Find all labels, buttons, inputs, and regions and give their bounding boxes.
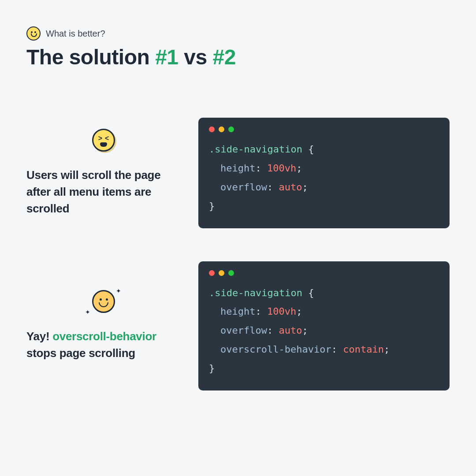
css-brace: { — [302, 144, 314, 155]
css-punct: : — [331, 344, 343, 355]
css-punct: ; — [302, 325, 308, 336]
css-punct: : — [267, 325, 279, 336]
code-line: .side-navigation { — [209, 140, 439, 159]
header-row: What is better? — [26, 26, 450, 41]
css-punct: : — [267, 182, 279, 193]
title-num-1: #1 — [155, 45, 178, 69]
css-prop: height — [220, 163, 255, 174]
desc-pre: Yay! — [26, 330, 52, 343]
css-value: 100vh — [267, 306, 296, 317]
css-brace: { — [302, 287, 314, 298]
code-line: } — [209, 197, 439, 216]
page-title: The solution #1 vs #2 — [26, 45, 450, 69]
css-brace: } — [209, 201, 215, 212]
tired-face-icon — [92, 129, 115, 152]
maximize-icon — [228, 126, 234, 132]
code-line: .side-navigation { — [209, 284, 439, 303]
example-1-description: Users will scroll the page after all men… — [26, 167, 181, 217]
code-line: height: 100vh; — [209, 302, 439, 321]
css-prop: height — [220, 306, 255, 317]
thinking-face-icon — [26, 26, 41, 41]
code-line: height: 100vh; — [209, 159, 439, 178]
css-value: auto — [279, 182, 302, 193]
css-prop: overscroll-behavior — [220, 344, 331, 355]
example-2: ✦ ✦ Yay! overscroll-behavior stops page … — [26, 261, 450, 390]
css-punct: ; — [384, 344, 390, 355]
window-controls — [209, 126, 439, 132]
title-prefix: The solution — [26, 45, 155, 69]
css-selector: .side-navigation — [209, 287, 302, 298]
sparkle-icon: ✦ — [116, 287, 121, 294]
css-prop: overflow — [220, 325, 267, 336]
minimize-icon — [219, 270, 224, 276]
code-block-1: .side-navigation { height: 100vh; overfl… — [198, 118, 450, 228]
code-line: overflow: auto; — [209, 321, 439, 340]
css-punct: : — [255, 163, 267, 174]
example-1-left: Users will scroll the page after all men… — [26, 129, 181, 217]
example-2-left: ✦ ✦ Yay! overscroll-behavior stops page … — [26, 290, 181, 361]
minimize-icon — [219, 126, 224, 132]
title-num-2: #2 — [213, 45, 236, 69]
close-icon — [209, 270, 215, 276]
css-prop: overflow — [220, 182, 267, 193]
tired-face-icon-wrap — [92, 129, 115, 152]
code-line: overscroll-behavior: contain; — [209, 340, 439, 359]
subtitle: What is better? — [46, 29, 105, 39]
maximize-icon — [228, 270, 234, 276]
css-selector: .side-navigation — [209, 144, 302, 155]
css-value: auto — [279, 325, 302, 336]
css-punct: : — [255, 306, 267, 317]
code-block-2: .side-navigation { height: 100vh; overfl… — [198, 261, 450, 390]
css-brace: } — [209, 363, 215, 374]
desc-highlight: overscroll-behavior — [52, 330, 156, 343]
desc-post: stops page scrolling — [26, 346, 135, 360]
css-punct: ; — [296, 163, 302, 174]
css-punct: ; — [302, 182, 308, 193]
happy-face-icon-wrap: ✦ ✦ — [92, 290, 115, 313]
css-punct: ; — [296, 306, 302, 317]
code-line: } — [209, 359, 439, 378]
happy-face-icon — [92, 290, 115, 313]
sparkle-icon: ✦ — [85, 309, 90, 316]
css-value: 100vh — [267, 163, 296, 174]
code-line: overflow: auto; — [209, 178, 439, 197]
window-controls — [209, 270, 439, 276]
example-2-description: Yay! overscroll-behavior stops page scro… — [26, 328, 181, 361]
css-value: contain — [343, 344, 384, 355]
example-1: Users will scroll the page after all men… — [26, 118, 450, 228]
title-vs: vs — [178, 45, 213, 69]
close-icon — [209, 126, 215, 132]
